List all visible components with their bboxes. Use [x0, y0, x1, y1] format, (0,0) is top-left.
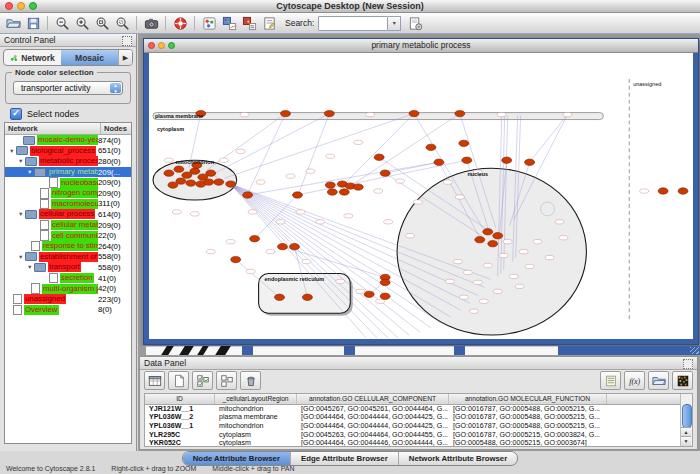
- label-node[interactable]: [519, 249, 528, 253]
- tab-mosaic[interactable]: Mosaic: [61, 50, 118, 65]
- label-node[interactable]: [497, 112, 506, 116]
- label-node[interactable]: [459, 295, 468, 299]
- tree-row[interactable]: Overview8(0): [5, 305, 131, 316]
- table-row[interactable]: YJR121W__1mitochondrion[GO:0045267, GO:0…: [145, 405, 692, 414]
- minimize-button[interactable]: [17, 2, 25, 10]
- tree-row[interactable]: secretion41(0): [5, 273, 131, 284]
- chevron-right-icon[interactable]: ▶: [118, 50, 132, 65]
- attr-table-icon[interactable]: [144, 371, 165, 390]
- tree-row[interactable]: cellular metabol209(0): [5, 220, 131, 231]
- label-node[interactable]: [226, 239, 235, 243]
- label-node[interactable]: [256, 180, 265, 184]
- tree-row[interactable]: ▼cellular process614(0): [5, 209, 131, 220]
- graph-node[interactable]: [168, 182, 178, 188]
- tree-row[interactable]: ▼transport558(0): [5, 262, 131, 273]
- label-node[interactable]: [296, 210, 305, 214]
- graph-node[interactable]: [475, 237, 485, 243]
- label-node[interactable]: [326, 154, 335, 158]
- graph-node[interactable]: [275, 294, 285, 300]
- label-node[interactable]: [396, 179, 405, 183]
- tree-row[interactable]: ▼establishment of lo558(0): [5, 252, 131, 263]
- label-node[interactable]: [266, 249, 275, 253]
- graph-node[interactable]: [488, 240, 498, 246]
- delete-attribute-icon[interactable]: [240, 371, 261, 390]
- graph-node[interactable]: [231, 256, 241, 262]
- zoom-out-icon[interactable]: [52, 14, 72, 32]
- label-node[interactable]: [533, 239, 542, 243]
- graph-node[interactable]: [190, 168, 200, 174]
- label-node[interactable]: [545, 255, 554, 259]
- close-button[interactable]: [5, 2, 13, 10]
- graph-node[interactable]: [455, 110, 465, 116]
- table-column-header[interactable]: _cellularLayoutRegion: [215, 394, 297, 404]
- function-builder-icon[interactable]: f(x): [624, 371, 645, 390]
- graph-node[interactable]: [353, 184, 363, 190]
- attribute-matrix-icon[interactable]: [672, 371, 693, 390]
- tree-row[interactable]: nitrogen compo209(0): [5, 188, 131, 199]
- label-node[interactable]: [515, 284, 524, 288]
- graph-node[interactable]: [364, 291, 374, 297]
- attribute-browser-icon[interactable]: [219, 14, 239, 32]
- label-node[interactable]: [356, 289, 365, 293]
- graph-node[interactable]: [409, 110, 419, 116]
- graph-node[interactable]: [434, 159, 444, 165]
- network-view-window[interactable]: primary metabolic process plasma membran…: [143, 38, 699, 345]
- graph-node[interactable]: [214, 179, 224, 185]
- graph-node[interactable]: [380, 293, 390, 299]
- scroll-down-icon[interactable]: ▼: [681, 436, 691, 446]
- tree-row[interactable]: nucleobase-209(0): [5, 177, 131, 188]
- tree-row[interactable]: ▼metabolic process280(0): [5, 156, 131, 167]
- help-icon[interactable]: [170, 14, 190, 32]
- label-node[interactable]: [219, 158, 228, 162]
- graph-node[interactable]: [459, 140, 469, 146]
- tab-network-attribute-browser[interactable]: Network Attribute Browser: [398, 452, 518, 465]
- select-all-attributes-icon[interactable]: [192, 371, 213, 390]
- vizmapper-icon[interactable]: [199, 14, 219, 32]
- label-node[interactable]: [483, 263, 492, 267]
- graph-node[interactable]: [278, 243, 288, 249]
- label-node[interactable]: [344, 214, 353, 218]
- label-node[interactable]: [473, 280, 482, 284]
- zoom-fit-icon[interactable]: [92, 14, 112, 32]
- open-file-icon[interactable]: [3, 14, 23, 32]
- float-window-icon[interactable]: [683, 359, 693, 369]
- filter-editor-icon[interactable]: [259, 14, 279, 32]
- graph-node[interactable]: [250, 236, 260, 242]
- tree-row[interactable]: cell communicat22(0): [5, 230, 131, 241]
- select-nodes-checkbox[interactable]: ✓: [10, 108, 22, 120]
- graph-node[interactable]: [493, 233, 503, 239]
- tree-row[interactable]: macromolecule311(0): [5, 199, 131, 210]
- label-node[interactable]: [509, 274, 518, 278]
- zoom-selected-icon[interactable]: [112, 14, 132, 32]
- table-row[interactable]: YLR295Ccytoplasm[GO:0045263, GO:0044464,…: [145, 430, 692, 439]
- table-column-header[interactable]: annotation.GO MOLECULAR_FUNCTION: [449, 394, 607, 404]
- expand-arrow-icon[interactable]: ▼: [18, 211, 25, 217]
- graph-node[interactable]: [462, 157, 472, 163]
- label-node[interactable]: [246, 269, 255, 273]
- label-node[interactable]: [525, 264, 534, 268]
- zoom-in-icon[interactable]: [72, 14, 92, 32]
- label-node[interactable]: [455, 195, 464, 199]
- label-node[interactable]: [503, 239, 512, 243]
- table-column-header[interactable]: ID: [145, 394, 215, 404]
- tree-row[interactable]: ▼primary metabo209(...: [5, 167, 131, 178]
- graph-node[interactable]: [502, 157, 512, 163]
- label-node[interactable]: [469, 309, 478, 313]
- zoom-button[interactable]: [168, 42, 175, 49]
- resize-grip-icon[interactable]: [690, 347, 699, 354]
- graph-node[interactable]: [204, 179, 214, 185]
- label-node[interactable]: [374, 189, 383, 193]
- attribute-mapper-icon[interactable]: [239, 14, 259, 32]
- graph-node[interactable]: [483, 229, 493, 235]
- label-node[interactable]: [354, 140, 363, 144]
- label-node[interactable]: [493, 289, 502, 293]
- graph-node[interactable]: [206, 170, 216, 176]
- label-node[interactable]: [443, 180, 452, 184]
- tree-row[interactable]: multi-organism pro42(0): [5, 283, 131, 294]
- tab-edge-attribute-browser[interactable]: Edge Attribute Browser: [290, 452, 398, 465]
- label-node[interactable]: [276, 220, 285, 224]
- label-node[interactable]: [236, 149, 245, 153]
- graph-node[interactable]: [292, 192, 302, 198]
- table-column-header[interactable]: annotation.GO CELLULAR_COMPONENT: [297, 394, 449, 404]
- graph-node[interactable]: [327, 189, 337, 195]
